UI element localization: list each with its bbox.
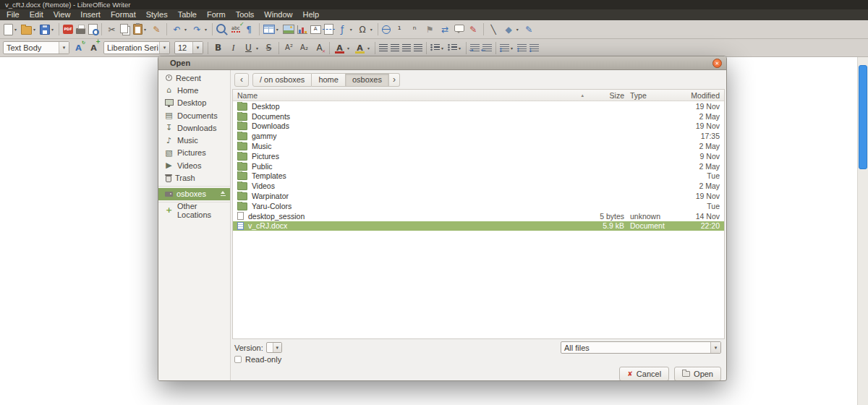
scrollbar-thumb[interactable] [859, 65, 867, 169]
column-header-modified[interactable]: Modified [672, 91, 724, 100]
show-draw-functions-button[interactable]: ✎ [522, 22, 537, 37]
align-center-button[interactable] [389, 40, 401, 56]
undo-dropdown[interactable]: ▾ [183, 27, 188, 32]
redo-dropdown[interactable]: ▾ [203, 27, 208, 32]
close-button[interactable]: ✕ [712, 59, 722, 68]
unordered-list-dropdown[interactable]: ▾ [440, 46, 445, 51]
menu-file[interactable]: File [1, 9, 25, 20]
column-header-name[interactable]: Name ▴ [233, 91, 587, 100]
paste-dropdown[interactable]: ▾ [142, 27, 148, 32]
insert-comment-button[interactable] [453, 22, 466, 37]
file-row[interactable]: Videos2 May [233, 181, 724, 191]
align-left-button[interactable] [378, 40, 389, 56]
basic-shapes-dropdown[interactable]: ▾ [515, 27, 520, 32]
chevron-down-icon[interactable]: ▾ [159, 42, 169, 54]
file-row[interactable]: desktop_session5 bytesunknown14 Nov [233, 211, 724, 221]
menu-format[interactable]: Format [106, 9, 141, 20]
sidebar-item-documents[interactable]: ▤Documents [158, 109, 230, 122]
path-forward-button[interactable]: › [389, 73, 400, 87]
undo-button[interactable]: ↶▾ [169, 22, 190, 37]
export-pdf-button[interactable] [61, 22, 75, 37]
file-row[interactable]: Warpinator19 Nov [233, 191, 724, 201]
align-justify-button[interactable] [412, 40, 424, 56]
sidebar-item-recent[interactable]: Recent [158, 72, 230, 84]
insert-line-button[interactable]: ╲ [486, 22, 501, 37]
basic-shapes-button[interactable]: ◆▾ [501, 22, 522, 37]
subscript-button[interactable]: A₂ [297, 40, 312, 56]
read-only-checkbox[interactable] [234, 356, 242, 363]
menu-window[interactable]: Window [259, 9, 297, 20]
decrease-indent-button[interactable] [481, 40, 493, 56]
insert-special-character-dropdown[interactable]: ▾ [369, 27, 374, 32]
menu-table[interactable]: Table [173, 9, 202, 20]
sidebar-item-osboxes[interactable]: osboxes [158, 188, 230, 200]
dialog-titlebar[interactable]: Open ✕ [158, 56, 726, 70]
open-button[interactable]: Open [674, 367, 721, 381]
sidebar-item-music[interactable]: ♪Music [158, 134, 230, 146]
line-spacing-dropdown[interactable]: ▾ [509, 46, 514, 51]
formatting-marks-button[interactable]: ¶ [242, 22, 257, 37]
cancel-button[interactable]: ✘ Cancel [619, 367, 669, 381]
sidebar-item-desktop[interactable]: Desktop [158, 97, 230, 109]
file-row[interactable]: Desktop19 Nov [233, 101, 724, 111]
open-file-dropdown[interactable]: ▾ [32, 27, 37, 32]
align-right-button[interactable] [401, 40, 412, 56]
strikethrough-button[interactable]: S [261, 40, 276, 56]
file-row[interactable]: Pictures9 Nov [233, 151, 724, 161]
insert-cross-reference-button[interactable]: ⇄ [438, 22, 453, 37]
path-back-button[interactable]: ‹ [234, 73, 249, 87]
sidebar-item-videos[interactable]: ▶Videos [158, 159, 230, 171]
menu-styles[interactable]: Styles [141, 9, 173, 20]
file-row[interactable]: Public2 May [233, 161, 724, 171]
font-size-combo[interactable]: 12 ▾ [174, 41, 203, 54]
menu-help[interactable]: Help [297, 9, 324, 20]
menu-edit[interactable]: Edit [25, 9, 48, 20]
breadcrumb-1[interactable]: home [312, 73, 346, 87]
sidebar-item-trash[interactable]: Trash [158, 171, 230, 184]
menu-tools[interactable]: Tools [231, 9, 260, 20]
version-combo[interactable]: ▾ [266, 342, 282, 353]
font-name-combo[interactable]: Liberation Seri ▾ [103, 41, 170, 54]
file-row[interactable]: v_cRJ.docx5.9 kBDocument22:20 [233, 221, 724, 231]
insert-special-character-button[interactable]: Ω▾ [355, 22, 375, 37]
file-row[interactable]: TemplatesTue [233, 171, 724, 182]
underline-button[interactable]: U▾ [241, 40, 261, 56]
open-file-button[interactable]: ▾ [20, 22, 38, 37]
new-style-button[interactable]: A [86, 40, 101, 56]
chevron-down-icon[interactable]: ▾ [273, 343, 281, 352]
superscript-button[interactable]: A² [281, 40, 297, 56]
font-color-button[interactable]: A▾ [332, 40, 352, 56]
paragraph-style-combo[interactable]: Text Body ▾ [3, 41, 69, 54]
file-row[interactable]: Music2 May [233, 141, 724, 151]
insert-endnote-button[interactable]: ⁿ [407, 22, 422, 37]
new-document-dropdown[interactable]: ▾ [13, 27, 18, 32]
insert-text-box-button[interactable] [309, 22, 323, 37]
file-row[interactable]: Yaru-ColorsTue [233, 201, 724, 211]
breadcrumb-0[interactable]: / on osboxes [252, 73, 312, 87]
file-row[interactable]: Downloads19 Nov [233, 122, 724, 132]
breadcrumb-2[interactable]: osboxes [346, 73, 389, 87]
menu-insert[interactable]: Insert [75, 9, 106, 20]
font-color-dropdown[interactable]: ▾ [346, 46, 351, 51]
menu-form[interactable]: Form [202, 9, 231, 20]
sidebar-item-pictures[interactable]: ▧Pictures [158, 147, 230, 159]
sidebar-item-home[interactable]: ⌂Home [158, 84, 230, 96]
vertical-scrollbar[interactable] [857, 57, 868, 405]
ordered-list-dropdown[interactable]: ▾ [457, 46, 462, 51]
highlight-color-dropdown[interactable]: ▾ [366, 46, 371, 51]
column-header-type[interactable]: Type [629, 91, 672, 100]
increase-paragraph-spacing-button[interactable] [516, 40, 528, 56]
insert-hyperlink-button[interactable] [380, 22, 392, 37]
bold-button[interactable]: B [210, 40, 226, 56]
line-spacing-button[interactable]: ▾ [498, 40, 516, 56]
file-type-filter-combo[interactable]: All files ▾ [561, 341, 721, 354]
italic-button[interactable]: I [226, 40, 241, 56]
spelling-button[interactable]: abc [230, 22, 242, 37]
insert-table-dropdown[interactable]: ▾ [275, 27, 280, 32]
chevron-down-icon[interactable]: ▾ [710, 342, 720, 353]
paste-button[interactable]: ▾ [132, 22, 149, 37]
increase-indent-button[interactable] [469, 40, 481, 56]
update-style-button[interactable]: A [71, 40, 86, 56]
print-button[interactable] [75, 22, 87, 37]
eject-button[interactable] [220, 191, 226, 197]
